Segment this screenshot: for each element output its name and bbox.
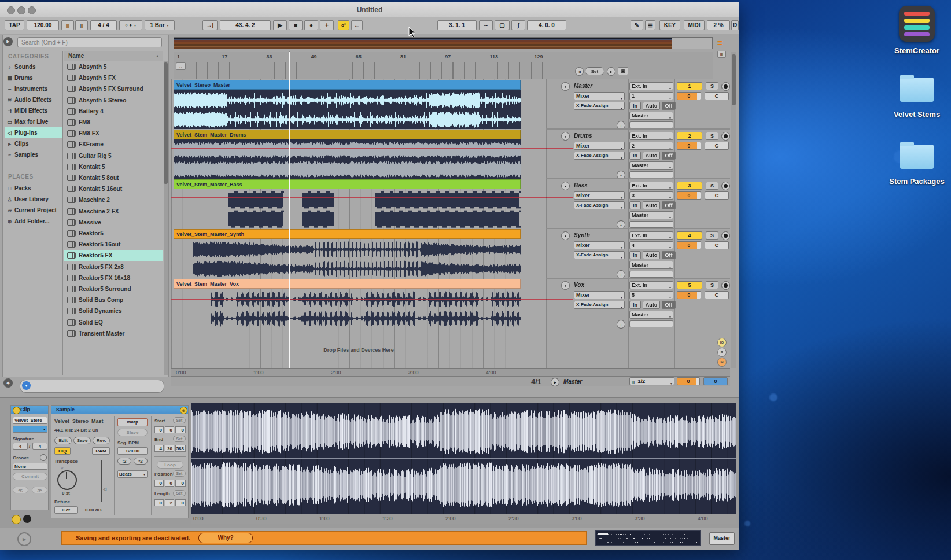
audio-to-dropdown[interactable]: Master bbox=[629, 112, 673, 120]
punch-in-button[interactable]: ∼ bbox=[479, 20, 493, 30]
sidebar-item-max-for-live[interactable]: ▭Max for Live bbox=[5, 116, 62, 127]
set-locator-button[interactable]: Set bbox=[585, 67, 604, 75]
device-dropdown[interactable]: Mixer bbox=[574, 142, 625, 150]
sample-editor-ruler[interactable]: 0:000:301:001:302:002:303:003:304:00 bbox=[191, 514, 736, 524]
track-fold-icon[interactable]: ▼ bbox=[561, 231, 570, 240]
sidebar-item-midi-effects[interactable]: ⇉MIDI Effects bbox=[5, 105, 62, 116]
view-toggle-r[interactable]: R bbox=[717, 348, 727, 357]
nudge-back-button[interactable]: ≪ bbox=[13, 487, 28, 493]
pan-field[interactable]: C bbox=[705, 92, 729, 100]
window-titlebar[interactable]: Untitled bbox=[0, 2, 739, 18]
plugin-item[interactable]: Solid Dynamics bbox=[64, 305, 163, 316]
monitor-auto-button[interactable]: Auto bbox=[643, 102, 660, 110]
monitor-off-button[interactable]: Off bbox=[662, 152, 676, 160]
name-column-header[interactable]: Name ▴ bbox=[64, 51, 163, 61]
sidebar-item-plug-ins[interactable]: ◁Plug-ins bbox=[5, 127, 62, 138]
audio-to-dropdown[interactable]: Master bbox=[629, 311, 673, 319]
audio-from-dropdown[interactable]: Ext. In bbox=[629, 132, 673, 140]
device-dropdown[interactable]: Mixer bbox=[574, 92, 625, 100]
track-activator[interactable]: 2 bbox=[677, 132, 702, 140]
detune-field[interactable]: 0 ct bbox=[54, 506, 78, 514]
arm-record-button[interactable] bbox=[721, 281, 730, 290]
pan-field[interactable]: C bbox=[705, 241, 729, 249]
plugin-item[interactable]: Kontakt 5 8out bbox=[64, 172, 163, 183]
track-fold-icon[interactable]: ▼ bbox=[561, 82, 570, 91]
length-sixteenths[interactable]: 0 bbox=[175, 499, 186, 506]
save-sample-button[interactable]: Save bbox=[73, 437, 91, 444]
next-locator-icon[interactable]: ▶ bbox=[607, 67, 615, 76]
input-channel-dropdown[interactable]: 4 bbox=[629, 241, 673, 249]
monitor-off-button[interactable]: Off bbox=[662, 251, 676, 259]
track-activator[interactable]: 5 bbox=[677, 281, 702, 289]
input-channel-dropdown[interactable]: 1 bbox=[629, 92, 673, 100]
loop-brace[interactable]: ↔ bbox=[176, 62, 186, 70]
monitor-off-button[interactable]: Off bbox=[662, 301, 676, 309]
midi-map-button[interactable]: MIDI bbox=[684, 20, 705, 30]
solo-button[interactable]: S bbox=[706, 182, 718, 190]
browser-collapse-icon[interactable]: ▶ bbox=[3, 37, 13, 46]
automation-slot[interactable] bbox=[629, 221, 673, 228]
plugin-item[interactable]: Solid EQ bbox=[64, 317, 163, 328]
groove-dropdown[interactable]: None bbox=[13, 463, 47, 470]
arm-record-button[interactable] bbox=[721, 231, 730, 240]
clip-waveform-drums[interactable] bbox=[174, 139, 521, 179]
sidebar-item-samples[interactable]: ≈Samples bbox=[5, 149, 62, 160]
desktop-icon-stemcreator[interactable] bbox=[899, 6, 935, 42]
monitor-off-button[interactable]: Off bbox=[662, 102, 676, 110]
position-beats[interactable]: 0 bbox=[165, 480, 174, 487]
mixer-track-name[interactable]: Bass bbox=[574, 182, 588, 189]
warp-button[interactable]: Warp bbox=[117, 418, 148, 426]
input-channel-dropdown[interactable]: 3 bbox=[629, 191, 673, 200]
browser-scrollbar[interactable] bbox=[164, 61, 168, 375]
plugin-item[interactable]: Absynth 5 bbox=[64, 61, 163, 72]
plugin-item[interactable]: Battery 4 bbox=[64, 106, 163, 117]
nudge-up-button[interactable]: ||| bbox=[75, 20, 88, 30]
draw-mode-button[interactable]: ✎ bbox=[631, 20, 643, 30]
sidebar-item-drums[interactable]: ▦Drums bbox=[5, 72, 62, 83]
xfade-assign-dropdown[interactable]: X-Fade Assign bbox=[574, 251, 625, 259]
record-button[interactable]: ● bbox=[304, 20, 318, 30]
audio-from-dropdown[interactable]: Ext. In bbox=[629, 82, 673, 90]
start-beats[interactable]: 0 bbox=[165, 426, 174, 433]
clip-waveform-vox[interactable] bbox=[174, 289, 521, 328]
start-sixteenths[interactable]: 0 bbox=[175, 426, 186, 433]
audio-to-dropdown[interactable]: Master bbox=[629, 261, 673, 269]
plugin-item[interactable]: Maschine 2 bbox=[64, 194, 163, 205]
arrangement-scrollbar[interactable] bbox=[731, 52, 736, 368]
plugin-item[interactable]: Absynth 5 Stereo bbox=[64, 95, 163, 106]
master-volume[interactable]: 0 bbox=[677, 377, 700, 385]
double-bpm-button[interactable]: *2 bbox=[134, 458, 148, 465]
hiq-button[interactable]: HiQ bbox=[54, 447, 71, 455]
new-button[interactable]: + bbox=[320, 20, 334, 30]
pan-field[interactable]: C bbox=[705, 291, 729, 299]
monitor-auto-button[interactable]: Auto bbox=[643, 301, 660, 309]
volume-field[interactable]: 0 bbox=[677, 191, 701, 200]
track-fold-icon[interactable]: ▼ bbox=[561, 281, 570, 290]
sidebar-item-instruments[interactable]: ∼Instruments bbox=[5, 83, 62, 94]
monitor-in-button[interactable]: In bbox=[629, 152, 641, 160]
commit-button[interactable]: Commit bbox=[13, 473, 47, 480]
track-activator[interactable]: 3 bbox=[677, 182, 702, 190]
monitor-in-button[interactable]: In bbox=[629, 301, 641, 309]
hotswap-icon[interactable]: ▾ bbox=[22, 381, 31, 390]
plugin-item[interactable]: Maschine 2 FX bbox=[64, 206, 163, 217]
xfade-assign-dropdown[interactable]: X-Fade Assign bbox=[574, 301, 625, 309]
arrangement-overview[interactable] bbox=[174, 37, 713, 49]
arrangement-position-field[interactable]: 43. 4. 2 bbox=[220, 20, 271, 30]
gain-slider-handle[interactable]: ◁ bbox=[103, 487, 106, 492]
plugin-item[interactable]: Reaktor5 FX bbox=[64, 250, 163, 261]
device-dropdown[interactable]: Mixer bbox=[574, 241, 625, 249]
ram-button[interactable]: RAM bbox=[92, 447, 110, 455]
loop-button[interactable]: Loop bbox=[157, 461, 183, 469]
clip-title-synth[interactable]: Velvet_Stem_Master_Synth bbox=[174, 229, 521, 239]
tap-tempo-button[interactable]: TAP bbox=[5, 20, 24, 30]
punch-out-button[interactable]: ∫ bbox=[511, 20, 525, 30]
prev-locator-icon[interactable]: ◀ bbox=[575, 67, 584, 76]
groove-knob[interactable] bbox=[40, 454, 47, 461]
audio-from-dropdown[interactable]: Ext. In bbox=[629, 231, 673, 240]
length-set-button[interactable]: Set bbox=[173, 490, 186, 496]
sample-editor-waveform[interactable] bbox=[191, 403, 736, 514]
clip-title-master[interactable]: Velvet_Stereo_Master bbox=[174, 80, 521, 90]
automation-slot[interactable] bbox=[629, 171, 673, 178]
tempo-field[interactable]: 120.00 bbox=[27, 20, 59, 30]
